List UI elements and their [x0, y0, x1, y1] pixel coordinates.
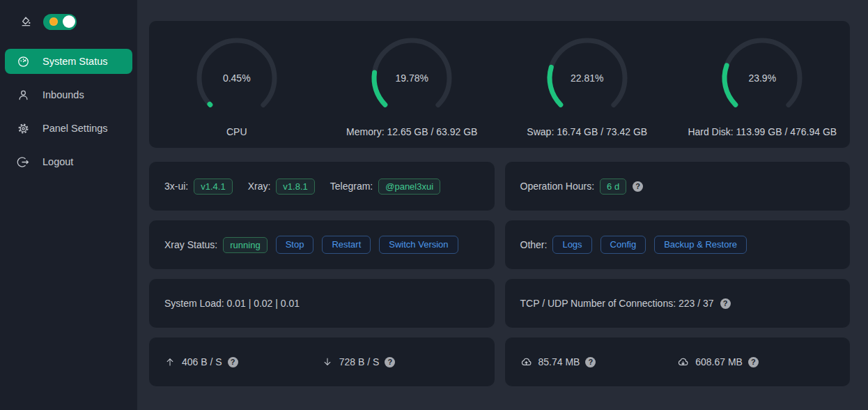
connections-card: TCP / UDP Number of Connections: 223 / 3…: [505, 279, 851, 328]
toggle-knob: [63, 15, 75, 28]
swap-label: Swap: 16.74 GB / 73.42 GB: [527, 126, 647, 137]
cloud-upload-icon: [520, 356, 532, 368]
other-label: Other:: [520, 239, 548, 250]
xray-version-tag: v1.8.1: [276, 179, 314, 195]
stop-button[interactable]: Stop: [276, 236, 314, 254]
theme-icon: [20, 15, 33, 29]
operation-hours-card: Operation Hours: 6 d ?: [505, 162, 851, 211]
cpu-label: CPU: [226, 126, 247, 137]
question-icon[interactable]: ?: [720, 298, 731, 309]
user-icon: [17, 89, 30, 102]
question-icon[interactable]: ?: [228, 357, 238, 367]
versions-card: 3x-ui: v1.4.1 Xray: v1.8.1 Telegram: @pa…: [149, 162, 495, 211]
sidebar-item-label: Logout: [42, 156, 73, 167]
resource-gauges-card: 0.45% CPU 19.78% Memory: 12.65 GB / 63.9…: [149, 21, 850, 148]
sidebar-item-system-status[interactable]: System Status: [5, 49, 132, 74]
upload-speed-metric: 406 B / S ?: [164, 356, 322, 367]
cpu-percent: 0.45%: [195, 36, 279, 120]
system-load-text: System Load: 0.01 | 0.02 | 0.01: [164, 298, 300, 309]
dashboard-icon: [17, 55, 30, 68]
swap-percent: 22.81%: [545, 36, 629, 120]
config-button[interactable]: Config: [600, 236, 646, 254]
sidebar: System Status Inbounds Panel Settings Lo…: [0, 0, 137, 410]
memory-label: Memory: 12.65 GB / 63.92 GB: [346, 126, 477, 137]
xray-status-tag: running: [223, 237, 267, 253]
sidebar-item-label: Inbounds: [42, 89, 84, 100]
panel-version-label: 3x-ui:: [164, 181, 188, 192]
connections-text: TCP / UDP Number of Connections: 223 / 3…: [520, 298, 714, 309]
sent-traffic-metric: 85.74 MB ?: [520, 356, 678, 368]
cpu-gauge: 0.45% CPU: [195, 36, 279, 137]
sun-icon: [49, 17, 58, 26]
dark-mode-toggle[interactable]: [43, 14, 77, 30]
xray-version-label: Xray:: [248, 181, 271, 192]
operation-hours-label: Operation Hours:: [520, 181, 595, 192]
network-speed-card: 406 B / S ? 728 B / S ?: [149, 337, 495, 386]
question-icon[interactable]: ?: [385, 357, 395, 367]
sidebar-item-label: System Status: [42, 56, 107, 67]
sidebar-header: [0, 11, 137, 32]
info-cards-grid: 3x-ui: v1.4.1 Xray: v1.8.1 Telegram: @pa…: [149, 162, 850, 386]
download-speed-metric: 728 B / S ?: [322, 356, 479, 367]
switch-version-button[interactable]: Switch Version: [379, 236, 458, 254]
telegram-label: Telegram:: [330, 181, 373, 192]
telegram-handle-tag: @panel3xui: [378, 179, 440, 195]
sidebar-item-inbounds[interactable]: Inbounds: [5, 82, 132, 107]
sent-traffic-value: 85.74 MB: [538, 356, 580, 367]
upload-speed-value: 406 B / S: [182, 356, 222, 367]
main-content: 0.45% CPU 19.78% Memory: 12.65 GB / 63.9…: [137, 0, 868, 410]
restart-button[interactable]: Restart: [322, 236, 371, 254]
memory-percent: 19.78%: [370, 36, 454, 120]
question-icon[interactable]: ?: [633, 181, 643, 192]
panel-version-tag: v1.4.1: [194, 179, 232, 195]
disk-gauge: 23.9% Hard Disk: 113.99 GB / 476.94 GB: [688, 36, 837, 137]
swap-gauge: 22.81% Swap: 16.74 GB / 73.42 GB: [527, 36, 647, 137]
operation-hours-tag: 6 d: [600, 179, 626, 195]
other-actions-card: Other: Logs Config Backup & Restore: [505, 220, 851, 269]
arrow-up-icon: [164, 356, 176, 367]
arrow-down-icon: [322, 356, 333, 367]
traffic-total-card: 85.74 MB ? 608.67 MB ?: [505, 337, 851, 386]
backup-restore-button[interactable]: Backup & Restore: [654, 236, 747, 254]
question-icon[interactable]: ?: [585, 357, 596, 367]
disk-label: Hard Disk: 113.99 GB / 476.94 GB: [688, 126, 837, 137]
disk-percent: 23.9%: [720, 36, 804, 120]
logout-icon: [17, 155, 30, 169]
xray-status-label: Xray Status:: [164, 239, 217, 250]
gear-icon: [17, 122, 30, 135]
memory-gauge: 19.78% Memory: 12.65 GB / 63.92 GB: [346, 36, 477, 137]
system-load-card: System Load: 0.01 | 0.02 | 0.01: [149, 279, 495, 328]
cloud-download-icon: [677, 356, 689, 368]
received-traffic-value: 608.67 MB: [695, 356, 743, 367]
sidebar-item-logout[interactable]: Logout: [5, 149, 132, 174]
sidebar-item-panel-settings[interactable]: Panel Settings: [5, 116, 132, 141]
logs-button[interactable]: Logs: [552, 236, 591, 254]
xray-status-card: Xray Status: running Stop Restart Switch…: [149, 220, 495, 269]
download-speed-value: 728 B / S: [339, 356, 380, 367]
question-icon[interactable]: ?: [748, 357, 759, 367]
received-traffic-metric: 608.67 MB ?: [677, 356, 835, 368]
sidebar-item-label: Panel Settings: [42, 123, 108, 134]
sidebar-nav: System Status Inbounds Panel Settings Lo…: [0, 49, 137, 174]
